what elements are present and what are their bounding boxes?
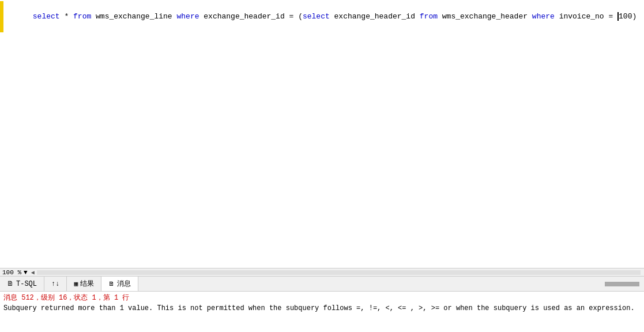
message-line-1: 消息 512，级别 16，状态 1，第 1 行: [3, 293, 641, 303]
zoom-label: 100 %: [2, 269, 21, 276]
tab-messages[interactable]: 🗎 消息: [101, 277, 138, 291]
results-icon: ▦: [74, 280, 78, 288]
results-area: 消息 512，级别 16，状态 1，第 1 行 Subquery returne…: [0, 292, 644, 332]
results-tab-label: 结果: [80, 279, 94, 289]
message-line-2: Subquery returned more than 1 value. Thi…: [3, 303, 641, 314]
tsql-icon: 🗎: [7, 279, 14, 288]
tab-results[interactable]: ▦ 结果: [67, 277, 101, 291]
line-indicator: [0, 1, 3, 32]
scroll-left-arrow[interactable]: ◀: [30, 269, 36, 276]
messages-icon: 🗎: [108, 280, 115, 288]
code-line-1: select * from wms_exchange_line where ex…: [0, 0, 644, 33]
condition-1: exchange_header_id = (: [199, 12, 303, 21]
zoom-dropdown-arrow[interactable]: ▼: [24, 269, 28, 276]
messages-tab-label: 消息: [117, 279, 131, 289]
cursor: 100): [617, 12, 637, 21]
table-name-2: wms_exchange_header: [438, 12, 532, 21]
operator-star: *: [60, 12, 73, 21]
tab-bar: 🗎 T-SQL ↑↓ ▦ 结果 🗎 消息: [0, 277, 644, 292]
tab-divider: [138, 277, 598, 291]
tab-arrows[interactable]: ↑↓: [44, 277, 67, 291]
keyword-from-1: from: [73, 12, 91, 21]
code-text: select * from wms_exchange_line where ex…: [6, 1, 644, 32]
tsql-text: T-SQL: [16, 280, 37, 288]
table-name-1: wms_exchange_line: [91, 12, 176, 21]
condition-2: invoice_no =: [555, 12, 617, 21]
keyword-where-1: where: [176, 12, 199, 21]
horizontal-scrollbar[interactable]: 100 % ▼ ◀: [0, 268, 644, 277]
sql-editor[interactable]: select * from wms_exchange_line where ex…: [0, 0, 644, 268]
keyword-where-2: where: [532, 12, 555, 21]
column-name: exchange_header_id: [330, 12, 420, 21]
tab-tsql-label: 🗎 T-SQL: [0, 277, 44, 291]
tab-scrollbar-thumb: [605, 282, 639, 286]
keyword-from-2: from: [420, 12, 438, 21]
keyword-select: select: [33, 12, 60, 21]
keyword-select-2: select: [303, 12, 330, 21]
scrollbar-track[interactable]: [37, 270, 641, 275]
scroll-thumb-area: [598, 277, 644, 291]
sort-arrows-icon: ↑↓: [51, 280, 59, 288]
